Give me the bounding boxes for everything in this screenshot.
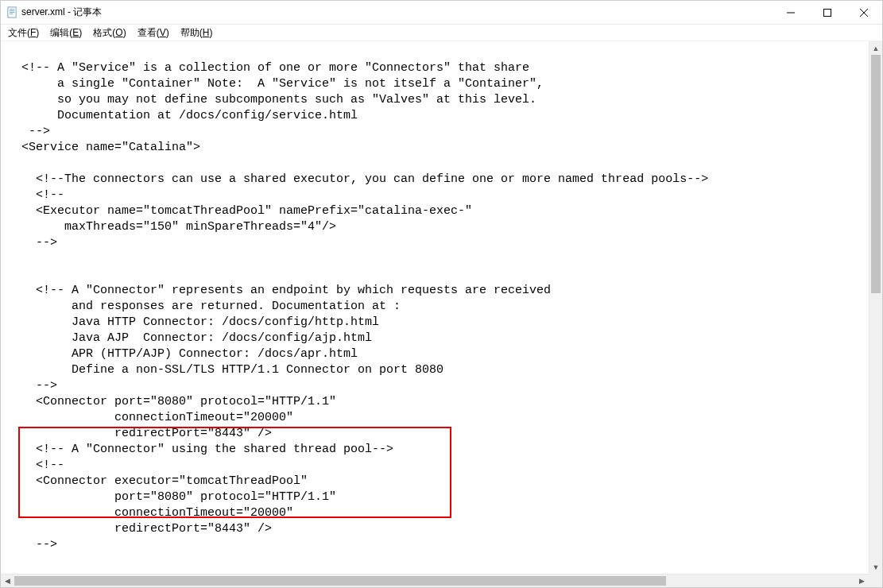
editor-line: <!-- — [7, 458, 64, 472]
scroll-corner — [869, 574, 882, 587]
menu-help[interactable]: 帮助(H) — [175, 25, 219, 41]
notepad-icon — [6, 6, 18, 19]
menu-format[interactable]: 格式(O) — [87, 25, 131, 41]
scroll-down-button[interactable]: ▼ — [869, 560, 882, 574]
horizontal-scrollbar[interactable]: ◀ ▶ — [1, 574, 869, 587]
editor-line: Documentation at /docs/config/service.ht… — [7, 109, 358, 122]
menu-edit[interactable]: 编辑(E) — [45, 25, 87, 41]
editor-line: Java AJP Connector: /docs/config/ajp.htm… — [7, 331, 372, 345]
vertical-scroll-thumb[interactable] — [871, 55, 881, 293]
minimize-button[interactable] — [773, 1, 809, 25]
editor-line: <!--The connectors can use a shared exec… — [7, 172, 708, 186]
window-title: server.xml - 记事本 — [21, 6, 773, 19]
editor-line: <!-- A "Connector" represents an endpoin… — [7, 284, 551, 297]
window-controls — [773, 1, 882, 24]
editor-line: APR (HTTP/AJP) Connector: /docs/apr.html — [7, 347, 358, 361]
text-editor[interactable]: <!-- A "Service" is a collection of one … — [1, 41, 869, 574]
editor-line: connectionTimeout="20000" — [7, 411, 293, 424]
titlebar: server.xml - 记事本 — [1, 1, 882, 25]
editor-line: <!-- A "Service" is a collection of one … — [7, 61, 529, 75]
editor-line: <!-- A "Connector" using the shared thre… — [7, 443, 393, 456]
editor-line: connectionTimeout="20000" — [7, 506, 293, 520]
editor-line: redirectPort="8443" /> — [7, 427, 272, 440]
editor-line: <Connector port="8080" protocol="HTTP/1.… — [7, 395, 336, 408]
menu-view[interactable]: 查看(V) — [132, 25, 175, 41]
svg-rect-6 — [824, 10, 831, 17]
maximize-button[interactable] — [809, 1, 846, 25]
content-area: <!-- A "Service" is a collection of one … — [1, 41, 882, 587]
editor-line: <Connector executor="tomcatThreadPool" — [7, 474, 308, 488]
editor-line: a single "Container" Note: A "Service" i… — [7, 77, 544, 91]
close-button[interactable] — [846, 1, 882, 25]
editor-line: <!-- — [7, 188, 64, 202]
editor-line: redirectPort="8443" /> — [7, 522, 272, 536]
editor-line: Define a non-SSL/TLS HTTP/1.1 Connector … — [7, 363, 443, 377]
scroll-left-button[interactable]: ◀ — [1, 574, 14, 587]
editor-line: <Service name="Catalina"> — [7, 141, 200, 154]
scroll-right-button[interactable]: ▶ — [855, 574, 869, 587]
vertical-scrollbar[interactable]: ▲ ▼ — [869, 41, 882, 574]
editor-line: --> — [7, 538, 57, 551]
editor-line: Java HTTP Connector: /docs/config/http.h… — [7, 315, 379, 329]
editor-line: port="8080" protocol="HTTP/1.1" — [7, 490, 336, 504]
editor-line: --> — [7, 236, 57, 250]
editor-line: maxThreads="150" minSpareThreads="4"/> — [7, 220, 336, 234]
scroll-up-button[interactable]: ▲ — [869, 41, 882, 55]
editor-line: so you may not define subcomponents such… — [7, 93, 536, 106]
editor-line: --> — [7, 125, 50, 138]
editor-line: --> — [7, 379, 57, 393]
editor-line: <Executor name="tomcatThreadPool" namePr… — [7, 204, 472, 218]
horizontal-scroll-thumb[interactable] — [14, 576, 666, 586]
menu-file[interactable]: 文件(F) — [2, 25, 45, 41]
menubar: 文件(F) 编辑(E) 格式(O) 查看(V) 帮助(H) — [1, 25, 882, 41]
editor-line: and responses are returned. Documentatio… — [7, 300, 401, 313]
